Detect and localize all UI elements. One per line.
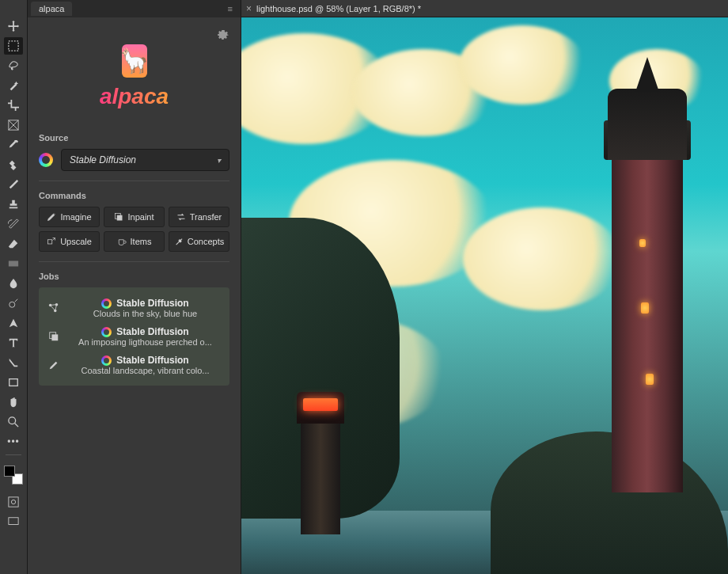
colorwheel-icon xyxy=(101,355,112,366)
divider xyxy=(39,181,229,181)
cmd-label: Transfer xyxy=(190,212,222,222)
svg-point-7 xyxy=(11,500,15,504)
commands-grid: Imagine Inpaint Transfer Upscale Items C… xyxy=(39,207,229,252)
cmd-upscale[interactable]: Upscale xyxy=(39,231,100,252)
tool-crop[interactable] xyxy=(4,97,23,114)
tool-hand[interactable] xyxy=(4,393,23,411)
svg-rect-11 xyxy=(48,240,52,244)
cmd-label: Concepts xyxy=(188,237,224,246)
svg-point-3 xyxy=(9,302,15,307)
tool-wand[interactable] xyxy=(4,77,23,94)
svg-rect-2 xyxy=(9,261,18,267)
cmd-label: Items xyxy=(131,237,152,246)
tool-eraser[interactable] xyxy=(4,235,23,253)
tool-lasso[interactable] xyxy=(4,57,23,74)
tool-brush[interactable] xyxy=(4,176,23,193)
jobs-list: Stable Diffusion Clouds in the sky, blue… xyxy=(39,287,229,386)
cmd-transfer[interactable]: Transfer xyxy=(169,207,229,227)
svg-rect-16 xyxy=(51,334,58,340)
tool-quickmask[interactable] xyxy=(4,493,23,511)
plugin-panel: alpaca ≡ 🦙 alpaca Source Stable Diffusio… xyxy=(28,0,241,574)
panel-menu-icon[interactable]: ≡ xyxy=(223,4,237,13)
artwork-image xyxy=(241,17,728,574)
svg-rect-8 xyxy=(9,518,18,525)
tool-move[interactable] xyxy=(4,17,23,35)
svg-rect-6 xyxy=(9,497,18,507)
source-selected: Stable Diffusion xyxy=(70,154,136,165)
tool-marquee[interactable] xyxy=(4,37,23,55)
cmd-label: Upscale xyxy=(60,237,92,246)
job-row[interactable]: Stable Diffusion An imposing ligthouse p… xyxy=(44,322,225,351)
cmd-concepts[interactable]: Concepts xyxy=(169,231,229,252)
tools-bar: ••• xyxy=(0,0,28,574)
canvas[interactable] xyxy=(241,17,728,574)
source-select[interactable]: Stable Diffusion ▾ xyxy=(61,149,229,171)
tool-rectangle[interactable] xyxy=(4,374,23,391)
divider xyxy=(39,261,229,262)
brand-text: alpaca xyxy=(100,84,169,109)
cmd-label: Inpaint xyxy=(127,212,154,222)
gear-icon[interactable] xyxy=(217,29,229,44)
colorwheel-icon xyxy=(39,153,53,167)
tool-separator xyxy=(6,454,21,455)
colorwheel-icon xyxy=(101,298,112,309)
job-title: Stable Diffusion xyxy=(116,355,188,366)
chevron-down-icon: ▾ xyxy=(217,156,221,165)
tool-dodge[interactable] xyxy=(4,295,23,312)
tool-healing[interactable] xyxy=(4,156,23,173)
tool-blur[interactable] xyxy=(4,275,23,292)
svg-rect-0 xyxy=(9,41,18,51)
tool-eyedropper[interactable] xyxy=(4,136,23,154)
tool-pen[interactable] xyxy=(4,314,23,332)
nodes-icon xyxy=(47,302,61,314)
colorwheel-icon xyxy=(101,327,112,337)
tool-more[interactable]: ••• xyxy=(4,433,23,450)
tool-zoom[interactable] xyxy=(4,413,23,431)
tool-history-brush[interactable] xyxy=(4,215,23,233)
tool-frame[interactable] xyxy=(4,116,23,134)
job-title: Stable Diffusion xyxy=(116,326,188,337)
job-desc: Clouds in the sky, blue hue xyxy=(69,309,222,318)
document-area: × lighthouse.psd @ 58% (Layer 1, RGB/8*)… xyxy=(241,0,728,574)
close-icon[interactable]: × xyxy=(246,3,252,14)
color-swatches[interactable] xyxy=(4,466,23,485)
cmd-label: Imagine xyxy=(60,212,91,222)
job-title: Stable Diffusion xyxy=(116,298,188,309)
brand-block: 🦙 alpaca xyxy=(39,25,229,128)
svg-rect-4 xyxy=(9,379,18,386)
llama-icon: 🦙 xyxy=(122,44,147,78)
tool-gradient[interactable] xyxy=(4,255,23,272)
document-tabs: × lighthouse.psd @ 58% (Layer 1, RGB/8*)… xyxy=(241,0,728,17)
svg-rect-10 xyxy=(117,215,123,221)
svg-point-5 xyxy=(9,417,16,424)
cmd-imagine[interactable]: Imagine xyxy=(39,207,100,227)
commands-label: Commands xyxy=(39,191,229,200)
job-row[interactable]: Stable Diffusion Clouds in the sky, blue… xyxy=(44,294,225,322)
job-row[interactable]: Stable Diffusion Coastal landscape, vibr… xyxy=(44,351,225,379)
jobs-label: Jobs xyxy=(39,272,229,281)
tool-stamp[interactable] xyxy=(4,196,23,213)
stack-icon xyxy=(47,331,61,342)
pencil-icon xyxy=(47,359,61,371)
cmd-inpaint[interactable]: Inpaint xyxy=(104,207,165,227)
foreground-color-swatch[interactable] xyxy=(4,466,15,477)
panel-tab-alpaca[interactable]: alpaca xyxy=(31,2,72,16)
job-desc: An imposing ligthouse perched o... xyxy=(69,337,222,347)
document-title[interactable]: lighthouse.psd @ 58% (Layer 1, RGB/8*) * xyxy=(256,4,421,13)
cmd-items[interactable]: Items xyxy=(104,231,165,252)
job-desc: Coastal landscape, vibrant colo... xyxy=(69,366,222,375)
tool-screenmode[interactable] xyxy=(4,513,23,530)
tool-path[interactable] xyxy=(4,354,23,371)
tool-type[interactable] xyxy=(4,334,23,352)
panel-tab-row: alpaca ≡ xyxy=(28,0,241,17)
source-label: Source xyxy=(39,133,229,143)
